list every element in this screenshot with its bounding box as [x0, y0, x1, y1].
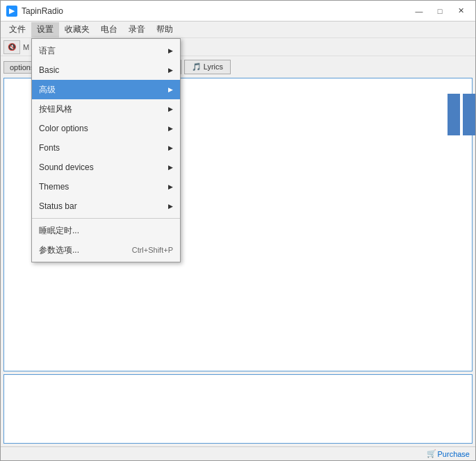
menu-entry-language[interactable]: 语言 ▶ — [32, 41, 180, 60]
submenu-arrow: ▶ — [168, 203, 173, 210]
submenu-arrow: ▶ — [168, 86, 173, 93]
window-controls: — □ ✕ — [410, 4, 470, 18]
close-button[interactable]: ✕ — [452, 4, 470, 18]
menu-entry-label: 睡眠定时... — [39, 225, 79, 237]
submenu-arrow: ▶ — [168, 67, 173, 74]
menu-entry-label: Themes — [39, 182, 69, 192]
menu-entry-color-options[interactable]: Color options ▶ — [32, 119, 180, 138]
window-title: TapinRadio — [22, 6, 410, 16]
settings-dropdown: 语言 ▶ Basic ▶ 高级 ▶ 按钮风格 ▶ Color options ▶… — [31, 38, 181, 262]
menu-entry-params[interactable]: 参数选项... Ctrl+Shift+P — [32, 240, 180, 260]
menu-entry-label: Sound devices — [39, 162, 94, 172]
app-icon: ▶ — [6, 6, 17, 17]
menu-entry-label: 语言 — [39, 45, 56, 57]
menu-help[interactable]: 帮助 — [151, 22, 179, 37]
mute-button[interactable]: 🔇 — [3, 40, 20, 54]
menu-bar: 文件 设置 收藏夹 电台 录音 帮助 — [1, 22, 475, 38]
visual-bar-2 — [463, 94, 475, 135]
menu-entry-label: Basic — [39, 65, 59, 75]
volume-label: M — [23, 43, 29, 51]
menu-entry-sound-devices[interactable]: Sound devices ▶ — [32, 158, 180, 177]
menu-entry-shortcut: Ctrl+Shift+P — [132, 246, 173, 254]
menu-recordings[interactable]: 录音 — [123, 22, 151, 37]
menu-entry-themes[interactable]: Themes ▶ — [32, 177, 180, 196]
submenu-arrow: ▶ — [168, 164, 173, 171]
purchase-label: Purchase — [438, 450, 470, 458]
menu-settings[interactable]: 设置 — [31, 22, 59, 37]
menu-entry-label: Status bar — [39, 201, 77, 211]
menu-entry-fonts[interactable]: Fonts ▶ — [32, 138, 180, 158]
title-bar: ▶ TapinRadio — □ ✕ — [1, 1, 475, 22]
status-bar: 🛒 Purchase — [1, 446, 475, 460]
visual-bar-1 — [448, 94, 460, 135]
menu-stations[interactable]: 电台 — [95, 22, 123, 37]
main-window: ▶ TapinRadio — □ ✕ 文件 设置 收藏夹 电台 录音 帮助 🔇 … — [0, 0, 476, 461]
submenu-arrow: ▶ — [168, 47, 173, 54]
menu-entry-label: Fonts — [39, 143, 60, 153]
menu-separator — [32, 218, 180, 219]
menu-entry-button-style[interactable]: 按钮风格 ▶ — [32, 99, 180, 119]
menu-file[interactable]: 文件 — [3, 22, 31, 37]
menu-entry-basic[interactable]: Basic ▶ — [32, 60, 180, 80]
menu-entry-label: 按钮风格 — [39, 103, 72, 115]
purchase-icon: 🛒 — [427, 449, 436, 458]
menu-entry-label: 参数选项... — [39, 244, 79, 256]
submenu-arrow: ▶ — [168, 183, 173, 190]
maximize-button[interactable]: □ — [431, 4, 449, 18]
tab-lyrics[interactable]: 🎵 Lyrics — [184, 60, 231, 74]
menu-entry-label: 高级 — [39, 84, 56, 96]
menu-entry-status-bar[interactable]: Status bar ▶ — [32, 196, 180, 216]
menu-entry-advanced[interactable]: 高级 ▶ — [32, 80, 180, 99]
minimize-button[interactable]: — — [410, 4, 428, 18]
menu-entry-label: Color options — [39, 124, 88, 133]
menu-favorites[interactable]: 收藏夹 — [59, 22, 95, 37]
menu-entry-sleep-timer[interactable]: 睡眠定时... — [32, 221, 180, 240]
purchase-link[interactable]: 🛒 Purchase — [427, 449, 470, 458]
submenu-arrow: ▶ — [168, 144, 173, 151]
app-icon-char: ▶ — [9, 7, 15, 15]
bottom-panel — [3, 374, 473, 444]
submenu-arrow: ▶ — [168, 106, 173, 112]
submenu-arrow: ▶ — [168, 125, 173, 132]
